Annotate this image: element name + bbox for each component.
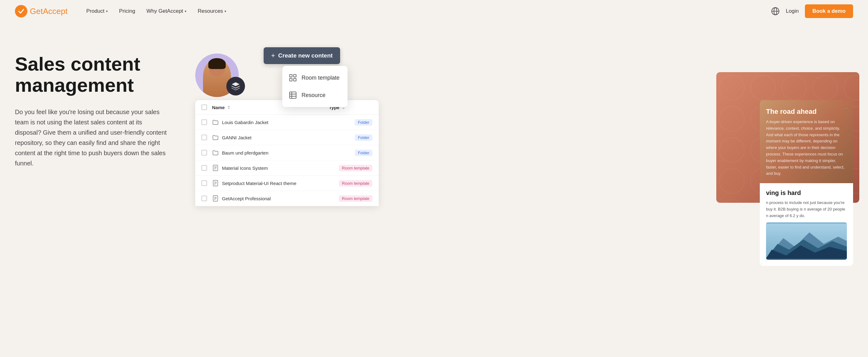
chevron-down-icon: ▾ xyxy=(185,9,187,13)
row-name: Baum und pferdgarten xyxy=(222,150,355,155)
content-panel: Name Type Louis Gabardin Jacket Folde xyxy=(195,100,379,206)
select-all-checkbox[interactable] xyxy=(202,105,207,110)
table-row[interactable]: Louis Gabardin Jacket Folder xyxy=(195,115,379,130)
file-icon xyxy=(212,180,219,186)
type-badge: Folder xyxy=(355,150,372,156)
dropdown-item-room-template[interactable]: Room template xyxy=(282,69,348,86)
logo[interactable]: GetAccept xyxy=(15,5,67,18)
type-badge: Room template xyxy=(339,180,372,186)
svg-rect-5 xyxy=(293,75,296,77)
article-card-desert: ··· The road ahead A buyer-driven experi… xyxy=(760,100,853,183)
articles-panel: ··· The road ahead A buyer-driven experi… xyxy=(760,100,853,266)
resource-icon xyxy=(288,91,297,99)
table-row[interactable]: GetAccept Professional Room template xyxy=(195,191,379,206)
row-checkbox[interactable] xyxy=(202,135,207,140)
hero-visual: + Create new content Room template xyxy=(195,47,853,221)
folder-icon xyxy=(212,134,219,141)
stack-icon-badge xyxy=(226,77,245,95)
svg-point-0 xyxy=(15,5,27,18)
type-badge: Folder xyxy=(355,119,372,126)
type-badge: Room template xyxy=(339,195,372,202)
type-badge: Room template xyxy=(339,165,372,171)
globe-icon[interactable] xyxy=(771,7,780,16)
row-name: Setproduct Material-UI React theme xyxy=(222,181,339,186)
hero-section: Sales content management Do you feel lik… xyxy=(0,22,868,357)
row-checkbox[interactable] xyxy=(202,150,207,155)
row-name: Material Icons System xyxy=(222,166,339,171)
table-row[interactable]: Setproduct Material-UI React theme Room … xyxy=(195,176,379,191)
nav-links: Product ▾ Pricing Why GetAccept ▾ Resour… xyxy=(86,8,771,14)
chevron-down-icon: ▾ xyxy=(224,9,226,13)
room-template-icon xyxy=(288,73,297,82)
svg-rect-8 xyxy=(290,92,296,98)
row-name: Louis Gabardin Jacket xyxy=(222,120,355,125)
nav-product[interactable]: Product ▾ xyxy=(86,8,108,14)
mountain-chart xyxy=(766,222,847,260)
folder-icon xyxy=(212,119,219,126)
chevron-down-icon: ▾ xyxy=(106,9,108,13)
create-new-content-button[interactable]: + Create new content xyxy=(264,47,340,64)
row-name: GetAccept Professional xyxy=(222,196,339,201)
row-checkbox[interactable] xyxy=(202,196,207,201)
nav-pricing[interactable]: Pricing xyxy=(119,8,135,14)
nav-why[interactable]: Why GetAccept ▾ xyxy=(147,8,187,14)
table-row[interactable]: Material Icons System Room template xyxy=(195,160,379,176)
row-checkbox[interactable] xyxy=(202,119,207,125)
table-row[interactable]: Baum und pferdgarten Folder xyxy=(195,145,379,160)
row-checkbox[interactable] xyxy=(202,180,207,186)
hero-title: Sales content management xyxy=(15,54,177,96)
article-card-mountain: ving is hard n process to include not ju… xyxy=(760,183,853,266)
dropdown-item-resource[interactable]: Resource xyxy=(282,86,348,104)
book-demo-button[interactable]: Book a demo xyxy=(805,4,853,18)
mountain-preview-image xyxy=(766,222,847,260)
svg-rect-4 xyxy=(290,75,292,77)
article-text: n process to include not just because yo… xyxy=(766,200,847,219)
logo-text: GetAccept xyxy=(30,6,67,16)
dropdown-menu: Room template Resource xyxy=(282,66,348,107)
logo-icon xyxy=(15,5,27,18)
file-icon xyxy=(212,165,219,171)
article-title: ving is hard xyxy=(766,189,847,197)
hero-description: Do you feel like you're losing out becau… xyxy=(15,107,167,169)
login-button[interactable]: Login xyxy=(786,8,799,14)
svg-rect-6 xyxy=(290,78,292,81)
sort-icon xyxy=(227,105,231,110)
hero-text: Sales content management Do you feel lik… xyxy=(15,41,177,169)
row-name: GANNI Jacket xyxy=(222,135,355,140)
nav-resources[interactable]: Resources ▾ xyxy=(198,8,226,14)
table-row[interactable]: GANNI Jacket Folder xyxy=(195,130,379,145)
svg-rect-7 xyxy=(293,78,296,81)
nav-right: Login Book a demo xyxy=(771,4,853,18)
navbar: GetAccept Product ▾ Pricing Why GetAccep… xyxy=(0,0,868,22)
file-icon xyxy=(212,195,219,202)
layers-icon xyxy=(231,82,240,91)
article-text: A buyer-driven experience is based on re… xyxy=(766,119,847,177)
plus-icon: + xyxy=(271,52,275,60)
row-checkbox[interactable] xyxy=(202,165,207,171)
article-title: The road ahead xyxy=(766,108,847,116)
type-badge: Folder xyxy=(355,135,372,141)
more-options-icon[interactable]: ··· xyxy=(843,105,848,112)
folder-icon xyxy=(212,149,219,156)
